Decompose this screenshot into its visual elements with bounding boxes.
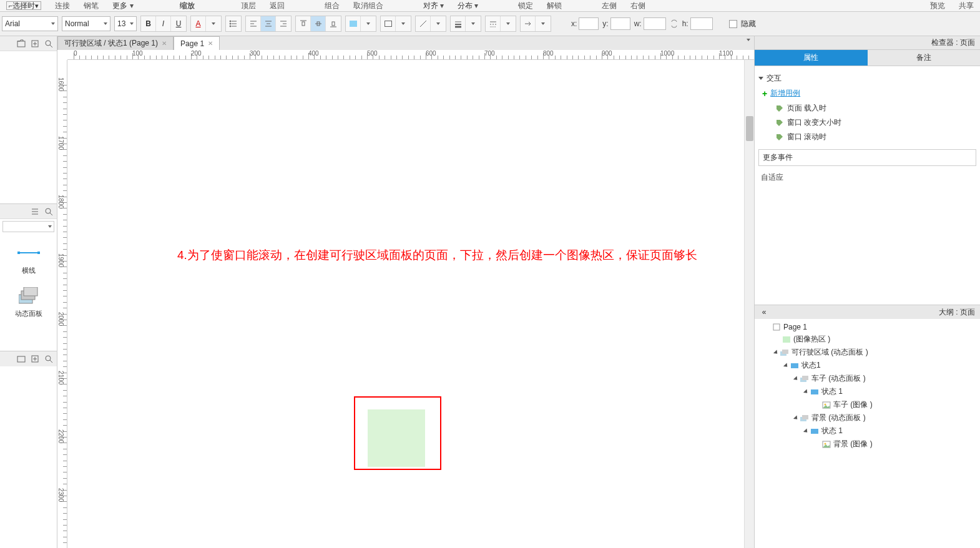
top-toolbar: ⌐ 选择时 ▾ 连接 钢笔 更多 ▾ 缩放 顶层 返回 组合 取消组合 对齐 ▾… [0, 0, 980, 11]
tree-row[interactable]: 状态 1 [756, 424, 979, 438]
tree-row[interactable]: Page 1 [756, 321, 979, 333]
line-style-dropdown[interactable] [501, 16, 516, 31]
tree-row[interactable]: 背景 (图像 ) [756, 438, 979, 451]
tb-lock[interactable]: 锁定 [518, 1, 533, 11]
line-width-dropdown[interactable] [466, 16, 481, 31]
tb-top[interactable]: 顶层 [241, 1, 256, 11]
tab-state1[interactable]: 可行驶区域 / 状态1 (Page 1)✕ [57, 36, 174, 50]
tab-menu-button[interactable] [743, 41, 754, 50]
tb-unlock[interactable]: 解锁 [547, 1, 562, 11]
arrow-dropdown[interactable] [536, 16, 551, 31]
tb-zoom[interactable]: 缩放 [180, 1, 195, 11]
text-color-dropdown[interactable] [206, 16, 221, 31]
add-case-button[interactable]: +新增用例 [758, 86, 976, 101]
svg-rect-39 [17, 252, 20, 254]
lib-menu-icon[interactable] [31, 207, 39, 216]
panel-search-icon[interactable] [44, 39, 53, 48]
svg-rect-16 [302, 22, 305, 26]
right-panels: 检查器 : 页面 属性 备注 交互 +新增用例 页面 载入时 窗口 改变大小时 … [754, 36, 980, 548]
italic-button[interactable]: I [156, 16, 171, 31]
tree-row[interactable]: 状态1 [756, 359, 979, 372]
h-label: h: [682, 19, 688, 28]
outline-collapse-icon[interactable]: « [760, 308, 768, 316]
font-weight-select[interactable]: Normal [62, 16, 110, 31]
close-icon[interactable]: ✕ [162, 40, 167, 47]
underline-button[interactable]: U [171, 16, 186, 31]
hide-checkbox[interactable] [729, 20, 737, 28]
image-hotspot-fill[interactable] [368, 409, 425, 467]
align-left-button[interactable] [246, 16, 261, 31]
tb-ungroup[interactable]: 取消组合 [353, 1, 383, 11]
panel-folder-icon[interactable] [17, 39, 26, 48]
tab-notes[interactable]: 备注 [868, 50, 981, 66]
valign-middle-button[interactable] [311, 16, 326, 31]
interaction-section-header[interactable]: 交互 [758, 71, 976, 86]
border-dropdown[interactable] [396, 16, 411, 31]
tb-group[interactable]: 组合 [325, 1, 340, 11]
align-right-button[interactable] [276, 16, 291, 31]
align-center-button[interactable] [261, 16, 276, 31]
fill-color-dropdown[interactable] [361, 16, 376, 31]
tree-row[interactable]: 状态 1 [756, 385, 979, 398]
tb-more[interactable]: 更多 ▾ [112, 1, 133, 11]
svg-point-64 [825, 443, 826, 444]
tb-distribute[interactable]: 分布 ▾ [458, 1, 478, 11]
font-size-select[interactable]: 13 [114, 16, 137, 31]
lib-dropdown[interactable] [2, 221, 54, 232]
widget-dynamic-panel[interactable]: 动态面板 [0, 286, 57, 318]
master-search-icon[interactable] [44, 355, 53, 363]
line-color-dropdown[interactable] [431, 16, 446, 31]
line-width-button[interactable] [451, 16, 466, 31]
text-color-button[interactable]: A [191, 16, 206, 31]
svg-point-36 [46, 208, 51, 213]
widget-hr[interactable]: 横线 [0, 243, 57, 275]
tb-connect[interactable]: 连接 [55, 1, 70, 11]
tb-preview[interactable]: 预览 [930, 1, 945, 11]
master-add-icon[interactable] [31, 355, 39, 363]
line-style-button[interactable] [486, 16, 501, 31]
event-window-scroll[interactable]: 窗口 滚动时 [758, 130, 976, 144]
lock-aspect-icon[interactable] [670, 19, 679, 28]
tree-row[interactable]: (图像热区 ) [756, 333, 979, 346]
tb-align[interactable]: 对齐 ▾ [423, 1, 444, 11]
more-events-button[interactable]: 更多事件 [758, 149, 976, 166]
w-input[interactable] [644, 17, 666, 30]
font-select[interactable]: Arial [2, 16, 58, 31]
tb-right[interactable]: 右侧 [630, 1, 645, 11]
y-input[interactable] [610, 17, 630, 30]
canvas-stage[interactable]: 4.为了使窗口能滚动，在创建可行驶区域面板的页面，下拉，然后创建一个图像热区，保… [67, 60, 754, 548]
vertical-scrollbar[interactable] [744, 60, 754, 548]
line-color-button[interactable] [416, 16, 431, 31]
tab-page1[interactable]: Page 1✕ [174, 36, 220, 50]
svg-rect-27 [17, 41, 25, 47]
fill-color-button[interactable] [346, 16, 361, 31]
x-input[interactable] [579, 17, 599, 30]
horizontal-ruler[interactable]: 010020030040050060070080090010001100 [67, 50, 754, 60]
master-folder-icon[interactable] [17, 355, 26, 363]
hide-label: 隐藏 [741, 19, 756, 29]
tb-share[interactable]: 共享 [959, 1, 974, 11]
vertical-ruler[interactable]: 16001700180019002000210022002300 [57, 60, 67, 548]
tb-pen[interactable]: 钢笔 [84, 1, 99, 11]
close-icon[interactable]: ✕ [208, 40, 213, 47]
h-input[interactable] [690, 17, 713, 30]
select-mode-indicator[interactable]: ⌐ 选择时 ▾ [6, 1, 41, 10]
tree-row[interactable]: 可行驶区域 (动态面板 ) [756, 346, 979, 359]
tree-row[interactable]: 车子 (动态面板 ) [756, 372, 979, 385]
valign-top-button[interactable] [296, 16, 311, 31]
event-window-resize[interactable]: 窗口 改变大小时 [758, 115, 976, 130]
lib-search-icon[interactable] [44, 207, 53, 216]
bullets-button[interactable] [226, 16, 241, 31]
bold-button[interactable]: B [141, 16, 156, 31]
event-page-load[interactable]: 页面 载入时 [758, 101, 976, 115]
tb-left[interactable]: 左侧 [602, 1, 617, 11]
tab-properties[interactable]: 属性 [755, 50, 868, 66]
panel-add-icon[interactable] [31, 39, 39, 48]
tree-row[interactable]: 车子 (图像 ) [756, 398, 979, 411]
border-button[interactable] [381, 16, 396, 31]
valign-bottom-button[interactable] [326, 16, 341, 31]
tree-row[interactable]: 背景 (动态面板 ) [756, 411, 979, 424]
svg-rect-44 [17, 356, 25, 362]
tb-back[interactable]: 返回 [270, 1, 285, 11]
arrow-button[interactable] [521, 16, 536, 31]
